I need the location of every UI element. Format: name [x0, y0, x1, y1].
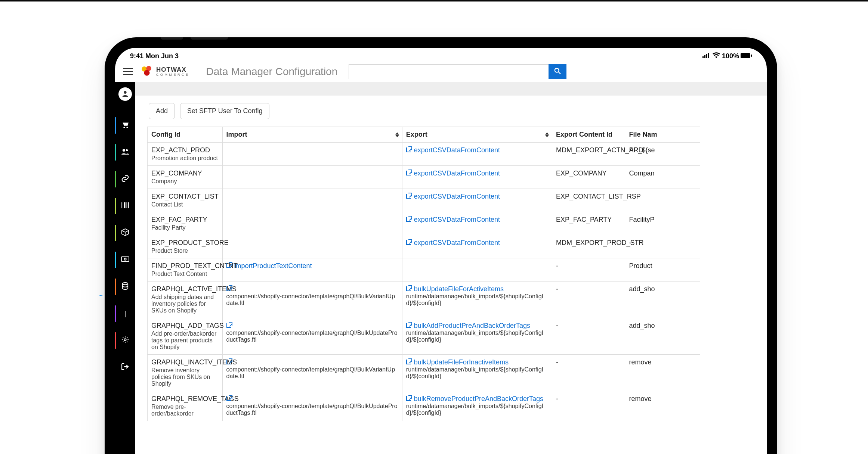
- cell-file-name: Compan: [625, 166, 700, 189]
- table-row: GRAPHQL_ACTIVE_ITEMSAdd shipping dates a…: [148, 282, 700, 318]
- export-link[interactable]: exportCSVDataFromContent: [406, 239, 500, 246]
- config-id: EXP_PRODUCT_STORE: [151, 239, 219, 247]
- top-strip: [0, 0, 868, 1]
- search-icon: [554, 68, 561, 75]
- box-icon: [121, 228, 129, 238]
- user-icon: [122, 90, 129, 98]
- export-link[interactable]: bulkRemoveProductPreAndBackOrderTags: [406, 395, 543, 402]
- sidebar-item-settings[interactable]: [115, 327, 135, 354]
- external-link-icon: [226, 395, 232, 401]
- cart-icon: [121, 121, 129, 130]
- cell-file-name: Product: [625, 258, 700, 282]
- external-link-icon: [406, 216, 412, 222]
- config-id: EXP_COMPANY: [151, 170, 219, 177]
- logo-subtext: COMMERCE: [156, 73, 190, 77]
- table-row: EXP_CONTACT_LISTContact List exportCSVDa…: [148, 189, 700, 212]
- export-path: runtime/datamanager/bulk_imports/${shopi…: [406, 293, 548, 307]
- table-row: EXP_COMPANYCompany exportCSVDataFromCont…: [148, 166, 700, 189]
- external-link-icon: [406, 395, 412, 401]
- sidebar-avatar[interactable]: [118, 87, 132, 101]
- import-link[interactable]: importProductTextContent: [226, 262, 312, 270]
- th-file-name[interactable]: File Nam: [625, 127, 700, 143]
- external-link-icon: [226, 285, 232, 291]
- set-sftp-button[interactable]: Set SFTP User To Config: [180, 103, 269, 119]
- table-scroll[interactable]: Config Id Import Export: [135, 127, 767, 454]
- search-input[interactable]: [349, 64, 549, 79]
- table-header-row: Config Id Import Export: [148, 127, 700, 143]
- export-path: runtime/datamanager/bulk_imports/${shopi…: [406, 403, 548, 416]
- svg-point-13: [127, 127, 128, 128]
- external-link-icon: [406, 239, 412, 245]
- sidebar-item-link[interactable]: [115, 166, 135, 193]
- svg-point-25: [124, 339, 126, 340]
- cell-config-id: FIND_PROD_TEXT_CNTNTProduct Text Content: [148, 258, 223, 282]
- export-link[interactable]: exportCSVDataFromContent: [406, 216, 500, 223]
- status-time-date: 9:41 Mon Jun 3: [130, 52, 179, 60]
- svg-point-12: [124, 127, 125, 128]
- svg-rect-0: [702, 56, 704, 58]
- cell-export-content-id: -: [552, 282, 625, 318]
- sort-icon[interactable]: [395, 132, 399, 137]
- export-link[interactable]: exportCSVDataFromContent: [406, 193, 500, 200]
- cell-file-name: -: [625, 235, 700, 258]
- sidebar-item-users[interactable]: [115, 139, 135, 166]
- cell-config-id: GRAPHQL_INACTV_ITEMSRemove inventory pol…: [148, 355, 223, 391]
- battery-icon: [741, 52, 752, 60]
- cell-file-name: -: [625, 189, 700, 212]
- th-import[interactable]: Import: [222, 127, 402, 143]
- cell-import: [222, 143, 402, 166]
- config-id: GRAPHQL_ACTIVE_ITEMS: [151, 285, 219, 293]
- external-link-icon: [406, 170, 412, 175]
- cell-file-name: FacilityP: [625, 212, 700, 235]
- external-link-icon: [406, 146, 412, 152]
- th-export[interactable]: Export: [402, 127, 552, 143]
- svg-rect-3: [708, 53, 709, 58]
- sidebar-item-box[interactable]: [115, 220, 135, 246]
- search-button[interactable]: [549, 64, 566, 79]
- main-content: Add Set SFTP User To Config Config Id: [135, 82, 767, 454]
- export-path: runtime/datamanager/bulk_imports/${shopi…: [406, 366, 548, 380]
- export-link[interactable]: exportCSVDataFromContent: [406, 170, 500, 177]
- add-button[interactable]: Add: [149, 103, 175, 119]
- sidebar-item-money[interactable]: [115, 246, 135, 273]
- protruding-tab: •••: [99, 293, 105, 301]
- sort-icon[interactable]: [545, 132, 549, 137]
- external-link-icon: [226, 322, 232, 328]
- cell-export-content-id: EXP_COMPANY: [552, 166, 625, 189]
- cell-export: exportCSVDataFromContent: [402, 189, 552, 212]
- table-row: EXP_FAC_PARTYFacility Party exportCSVDat…: [148, 212, 700, 235]
- cell-import: [222, 166, 402, 189]
- svg-rect-5: [751, 55, 752, 57]
- cell-file-name: AP_${se: [625, 143, 700, 166]
- export-link[interactable]: bulkUpdateFileForActiveItems: [406, 285, 504, 293]
- export-link[interactable]: bulkUpdateFileForInactiveItems: [406, 358, 509, 366]
- app-logo[interactable]: HOTWAX COMMERCE: [140, 65, 190, 79]
- battery-percent: 100%: [722, 52, 739, 60]
- cell-import: component://shopify-connector/template/g…: [222, 391, 402, 421]
- sidebar-item-cart[interactable]: [115, 112, 135, 139]
- cell-import: [222, 235, 402, 258]
- tablet-device-frame: 9:41 Mon Jun 3 100%: [105, 37, 777, 454]
- page-title: Data Manager Configuration: [206, 66, 338, 78]
- signal-icon: [702, 52, 711, 60]
- sidebar-item-data[interactable]: [115, 193, 135, 220]
- sidebar-item-logout[interactable]: [115, 354, 135, 381]
- external-link-icon: [406, 285, 412, 291]
- config-id: EXP_ACTN_PROD: [151, 146, 219, 154]
- export-link[interactable]: bulkAddProductPreAndBackOrderTags: [406, 322, 530, 329]
- hamburger-menu-button[interactable]: [123, 67, 133, 77]
- th-config-id[interactable]: Config Id: [148, 127, 223, 143]
- sidebar-item-database[interactable]: [115, 273, 135, 300]
- svg-point-9: [555, 68, 559, 72]
- config-desc: Product Text Content: [151, 271, 219, 277]
- th-export-content-id[interactable]: Export Content Id: [552, 127, 625, 143]
- cell-export-content-id: EXP_FAC_PARTY: [552, 212, 625, 235]
- svg-point-24: [123, 283, 128, 284]
- config-id: GRAPHQL_REMOVE_TAGS: [151, 395, 219, 403]
- svg-rect-1: [704, 55, 705, 58]
- pipe-icon: |: [124, 310, 126, 318]
- app-header: HOTWAX COMMERCE Data Manager Configurati…: [115, 61, 767, 82]
- export-link[interactable]: exportCSVDataFromContent: [406, 146, 500, 154]
- cell-export: bulkRemoveProductPreAndBackOrderTagsrunt…: [402, 391, 552, 421]
- svg-point-8: [144, 70, 149, 75]
